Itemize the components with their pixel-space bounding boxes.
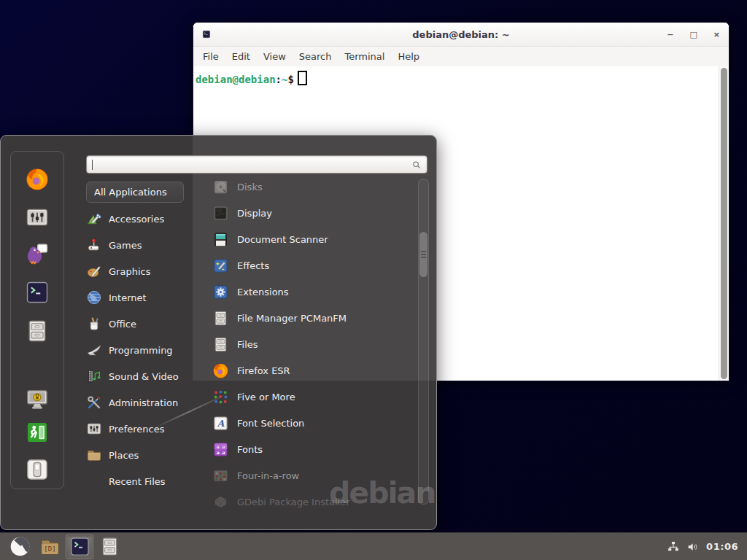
app-item-font-selection[interactable]: AFont Selection (212, 410, 413, 436)
app-item-file-manager-pcmanfm[interactable]: File Manager PCManFM (212, 305, 413, 331)
taskbar-clock[interactable]: 01:06 (706, 541, 738, 552)
document-scanner-icon (212, 231, 229, 248)
app-item-display[interactable]: Display (212, 200, 413, 226)
category-preferences[interactable]: Preferences (86, 416, 203, 442)
terminal-title: debian@debian: ~ (412, 29, 509, 40)
terminal-scrollbar[interactable] (719, 66, 729, 381)
lock-screen-icon (25, 387, 50, 412)
gdebi-icon (212, 494, 229, 510)
categories-column: All ApplicationsAccessoriesGamesGraphics… (86, 182, 203, 494)
terminal-scrollbar-thumb[interactable] (721, 68, 727, 379)
app-item-document-scanner[interactable]: Document Scanner (212, 226, 413, 252)
disks-icon (212, 179, 229, 195)
category-label: Recent Files (109, 476, 166, 487)
app-item-label: Four-in-a-row (237, 470, 299, 481)
category-label: Administration (109, 397, 178, 408)
terminal-menu-edit[interactable]: Edit (225, 48, 257, 65)
settings-panel-icon (25, 205, 50, 230)
favorite-shutdown[interactable] (25, 457, 50, 482)
category-internet[interactable]: Internet (86, 284, 203, 311)
extensions-icon (212, 284, 229, 300)
taskbar-menu-logo-button[interactable] (6, 534, 34, 559)
app-item-fonts[interactable]: aaaaFonts (212, 436, 413, 462)
terminal-menu-search[interactable]: Search (293, 48, 338, 65)
application-menu: debian All ApplicationsAccessoriesGamesG… (0, 135, 437, 530)
taskbar-file-manager-button[interactable] (96, 534, 123, 559)
search-input[interactable] (93, 156, 411, 173)
category-graphics[interactable]: Graphics (86, 258, 203, 284)
search-box[interactable] (86, 155, 427, 174)
minimize-button[interactable]: − (667, 31, 673, 39)
app-item-label: Disks (237, 182, 263, 192)
scrollbar-thumb[interactable] (419, 232, 427, 277)
category-programming[interactable]: Programming (86, 337, 203, 363)
terminal-menubar: FileEditViewSearchTerminalHelp (193, 47, 729, 67)
favorite-settings-panel[interactable] (25, 205, 50, 230)
category-label: Office (109, 319, 136, 330)
preferences-icon (86, 421, 102, 437)
svg-text:a: a (217, 444, 220, 450)
app-item-four-in-a-row[interactable]: Four-in-a-row (212, 462, 413, 489)
category-all-applications[interactable]: All Applications (86, 182, 184, 203)
applications-scrollbar[interactable] (418, 179, 429, 505)
app-item-label: Font Selection (237, 418, 304, 429)
app-item-files[interactable]: Files (212, 331, 413, 357)
app-item-label: Firefox ESR (237, 365, 290, 376)
app-item-extensions[interactable]: Extensions (212, 279, 413, 305)
favorite-file-manager[interactable] (25, 319, 50, 343)
favorite-log-out[interactable] (25, 420, 50, 445)
terminal-menu-terminal[interactable]: Terminal (338, 48, 391, 65)
files-icon (212, 336, 229, 353)
taskbar: [D] 01:06 (0, 532, 747, 560)
app-item-firefox-esr[interactable]: Firefox ESR (212, 357, 413, 384)
favorite-terminal[interactable] (25, 280, 50, 305)
category-games[interactable]: Games (86, 232, 203, 258)
app-item-effects[interactable]: Effects (212, 252, 413, 279)
maximize-button[interactable]: □ (689, 31, 697, 39)
graphics-icon (86, 263, 102, 279)
office-icon (86, 316, 102, 332)
terminal-menu-view[interactable]: View (257, 48, 293, 65)
terminal-titlebar[interactable]: debian@debian: ~ −□× (193, 23, 729, 47)
close-button[interactable]: × (713, 31, 720, 39)
favorite-lock-screen[interactable] (25, 387, 50, 412)
taskbar-terminal-button[interactable] (66, 534, 93, 559)
svg-text:a: a (222, 444, 225, 450)
app-item-five-or-more[interactable]: Five or More (212, 384, 413, 410)
category-sound-video[interactable]: Sound & Video (86, 363, 203, 389)
window-controls: −□× (667, 23, 720, 46)
app-item-label: Files (237, 339, 258, 350)
firefox-icon (212, 362, 229, 379)
app-item-gdebi-package-installer[interactable]: GDebi Package Installer (212, 489, 413, 515)
app-item-label: Five or More (237, 392, 295, 402)
terminal-icon (69, 536, 90, 557)
category-label: All Applications (94, 187, 167, 198)
menu-logo-icon (9, 536, 31, 557)
programming-icon (86, 342, 102, 358)
category-label: Graphics (109, 266, 150, 277)
terminal-menu-help[interactable]: Help (391, 48, 426, 65)
favorite-pidgin[interactable] (25, 241, 50, 266)
category-places[interactable]: Places (86, 442, 203, 468)
category-icon-placeholder (86, 473, 102, 489)
firefox-icon (25, 167, 50, 192)
taskbar-desktop-folder-button[interactable]: [D] (36, 534, 63, 559)
volume-icon[interactable] (686, 540, 700, 553)
search-icon (411, 160, 422, 170)
favorites-column (10, 151, 64, 489)
network-icon[interactable] (667, 540, 680, 553)
category-accessories[interactable]: Accessories (86, 206, 203, 232)
shutdown-icon (25, 457, 50, 482)
app-item-disks[interactable]: Disks (212, 174, 413, 200)
internet-icon (86, 289, 102, 306)
app-item-label: Fonts (237, 444, 263, 455)
category-administration[interactable]: Administration (86, 389, 203, 416)
category-recent-files[interactable]: Recent Files (86, 468, 203, 494)
category-label: Games (109, 240, 142, 251)
terminal-icon (25, 280, 50, 305)
five-or-more-icon (212, 389, 229, 405)
category-office[interactable]: Office (86, 311, 203, 337)
favorite-firefox[interactable] (25, 167, 50, 192)
terminal-menu-file[interactable]: File (196, 48, 225, 65)
terminal-cursor (298, 71, 307, 85)
